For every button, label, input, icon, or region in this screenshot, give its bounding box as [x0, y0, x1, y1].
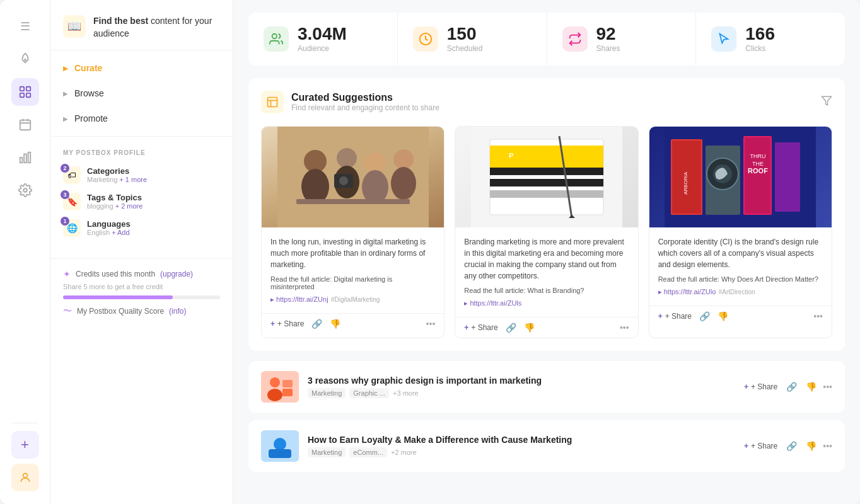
svg-point-13 — [23, 473, 27, 478]
list-article-1-tag-2: Graphic ... — [349, 388, 389, 398]
svg-rect-1 — [20, 87, 23, 91]
stats-bar: 3.04M Audience 150 Scheduled 92 Shares — [248, 13, 845, 66]
article-1-dislike-icon[interactable]: 👎 — [330, 319, 340, 329]
svg-point-26 — [362, 170, 388, 204]
article-2-link[interactable]: https://lttr.ai/ZUls — [464, 299, 521, 307]
quality-label: My Postbox Quality Score — [77, 307, 164, 316]
article-3-body: Corporate identity (CI) is the brand's d… — [649, 227, 832, 306]
list-article-1-more-icon[interactable]: ••• — [823, 382, 832, 392]
article-1-body: In the long run, investing in digital ma… — [262, 227, 444, 313]
list-article-1-dislike-icon[interactable]: 👎 — [806, 382, 816, 392]
upgrade-link[interactable]: (upgrade) — [160, 270, 193, 278]
browse-label: Browse — [74, 88, 104, 98]
curated-title: Curated Suggestions — [291, 92, 439, 103]
article-1-link-icon[interactable]: 🔗 — [311, 319, 322, 329]
profile-section-title: MY POSTBOX PROFILE — [63, 149, 220, 156]
article-3-link-icon[interactable]: 🔗 — [699, 311, 710, 321]
article-2-body: Branding marketing is more and more prev… — [455, 227, 637, 317]
chart-nav-item[interactable] — [11, 144, 39, 171]
tags-extra[interactable]: + 2 more — [115, 202, 143, 210]
quality-row: 〜 My Postbox Quality Score (info) — [63, 306, 220, 317]
sidebar-header-text: Find the best content for your audience — [93, 15, 220, 40]
stat-scheduled: 150 Scheduled — [398, 13, 547, 66]
tags-content: Tags & Topics blogging + 2 more — [87, 193, 142, 210]
audience-data: 3.04M Audience — [298, 25, 347, 53]
rocket-nav-item[interactable] — [11, 45, 39, 73]
article-3-more-icon[interactable]: ••• — [813, 311, 823, 321]
menu-browse[interactable]: ▶ Browse — [50, 81, 233, 106]
tags-item: 3 🔖 Tags & Topics blogging + 2 more — [63, 193, 220, 210]
credits-share-text: Share 5 more to get a free credit — [63, 283, 220, 290]
menu-curate[interactable]: ▶ Curate — [50, 55, 233, 81]
article-3-read: Read the full article: Why Does Art Dire… — [658, 275, 823, 283]
list-article-2-link-icon[interactable]: 🔗 — [786, 441, 797, 451]
list-article-1-link-icon[interactable]: 🔗 — [786, 382, 797, 392]
languages-extra[interactable]: + Add — [112, 229, 129, 236]
languages-item: 1 🌐 Languages English + Add — [63, 219, 220, 237]
clicks-number: 166 — [745, 25, 775, 43]
svg-rect-34 — [490, 146, 603, 168]
articles-grid: In the long run, investing in digital ma… — [261, 126, 832, 338]
svg-rect-29 — [296, 199, 410, 204]
list-article-1-actions: + + Share 🔗 👎 ••• — [744, 382, 832, 392]
article-1-link[interactable]: https://lttr.ai/ZUnj — [270, 295, 328, 303]
filter-icon[interactable] — [821, 95, 832, 109]
grid-nav-item[interactable] — [11, 78, 39, 106]
svg-text:P: P — [509, 152, 513, 159]
svg-point-22 — [301, 169, 329, 204]
article-2-share-button[interactable]: + + Share — [464, 323, 497, 332]
audience-icon — [264, 26, 289, 52]
languages-content: Languages English + Add — [87, 219, 131, 236]
article-3-share-button[interactable]: + + Share — [658, 312, 692, 321]
svg-text:THE: THE — [752, 161, 764, 167]
audience-label: Audience — [298, 44, 347, 53]
article-3-link[interactable]: https://lttr.ai/ZUlo — [658, 288, 716, 295]
svg-rect-53 — [775, 142, 800, 212]
shares-label: Shares — [596, 44, 620, 53]
main-content: 3.04M Audience 150 Scheduled 92 Shares — [233, 0, 860, 504]
scheduled-label: Scheduled — [447, 44, 483, 53]
list-article-2-dislike-icon[interactable]: 👎 — [806, 441, 816, 451]
menu-promote[interactable]: ▶ Promote — [50, 106, 233, 131]
promote-chevron: ▶ — [63, 115, 68, 122]
scheduled-icon — [413, 26, 438, 52]
tags-sub: blogging + 2 more — [87, 202, 142, 210]
article-1-more-icon[interactable]: ••• — [426, 319, 436, 329]
list-article-1-tag-1: Marketing — [308, 388, 346, 398]
svg-point-28 — [391, 167, 416, 200]
svg-point-27 — [393, 149, 414, 169]
article-2-more-icon[interactable]: ••• — [620, 323, 629, 333]
article-3-link-row: https://lttr.ai/ZUlo #ArtDirection — [658, 285, 823, 297]
curated-header-icon — [261, 91, 284, 113]
svg-point-31 — [339, 176, 348, 185]
article-1-link-row: https://lttr.ai/ZUnj #DigitalMarketing — [270, 293, 435, 304]
menu-button[interactable]: ☰ — [11, 13, 39, 40]
add-button[interactable]: + — [11, 431, 39, 459]
quality-info-link[interactable]: (info) — [169, 307, 186, 316]
settings-nav-item[interactable] — [11, 176, 39, 204]
svg-point-12 — [23, 188, 27, 192]
tags-icon: 3 🔖 — [63, 193, 81, 210]
svg-rect-9 — [20, 158, 22, 163]
list-article-2: How to Earn Loyalty & Make a Difference … — [248, 420, 845, 472]
svg-point-14 — [272, 34, 277, 38]
list-article-1-share-button[interactable]: + + Share — [744, 382, 777, 391]
categories-extra[interactable]: + 1 more — [119, 176, 147, 183]
article-2-image: P — [455, 127, 637, 227]
svg-text:ROOF: ROOF — [748, 167, 768, 175]
article-2-link-icon[interactable]: 🔗 — [506, 323, 516, 333]
list-article-2-tag-more: +2 more — [391, 449, 417, 456]
bot-button[interactable] — [11, 464, 39, 491]
article-1-share-button[interactable]: + + Share — [270, 319, 304, 328]
article-3-dislike-icon[interactable]: 👎 — [718, 311, 728, 321]
list-article-2-share-button[interactable]: + + Share — [744, 442, 777, 450]
sidebar-header: 📖 Find the best content for your audienc… — [50, 0, 233, 50]
header-title-bold: Find the best — [93, 16, 148, 26]
languages-sub: English + Add — [87, 229, 131, 236]
sidebar: 📖 Find the best content for your audienc… — [50, 0, 233, 504]
sidebar-header-icon: 📖 — [63, 15, 86, 38]
curated-header: Curated Suggestions Find relevant and en… — [261, 91, 832, 113]
list-article-2-more-icon[interactable]: ••• — [823, 441, 832, 451]
article-2-dislike-icon[interactable]: 👎 — [524, 323, 535, 333]
calendar-nav-item[interactable] — [11, 111, 39, 139]
